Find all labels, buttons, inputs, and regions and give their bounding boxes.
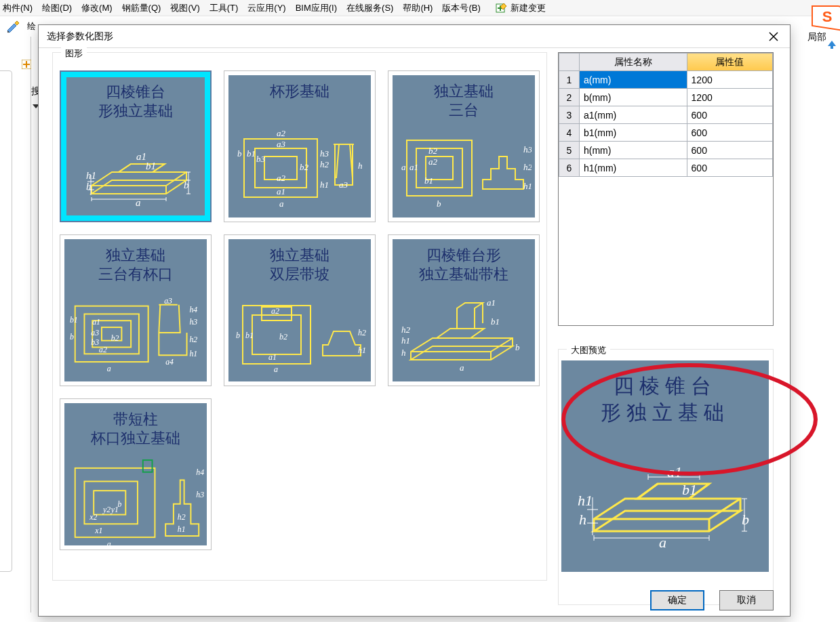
menu-item[interactable]: 视图(V)	[170, 2, 199, 14]
table-row[interactable]: 5 h(mm) 600	[559, 142, 773, 159]
ok-button-label: 确定	[668, 594, 687, 606]
svg-text:b1: b1	[247, 148, 256, 159]
property-table: 属性名称 属性值 1 a(mm) 1200 2 b(mm)	[558, 52, 774, 326]
shape-tile-isolated-double-slope[interactable]: 独立基础 双层带坡	[224, 234, 376, 386]
svg-rect-78	[143, 460, 153, 472]
prop-value-cell[interactable]: 600	[687, 124, 772, 142]
svg-text:y2: y2	[102, 505, 111, 514]
ok-button[interactable]: 确定	[650, 590, 704, 610]
dialog-footer: 确定 取消	[650, 590, 774, 610]
shape-tile-frustum-with-column[interactable]: 四棱锥台形 独立基础带柱	[388, 234, 540, 386]
menu-item[interactable]: 帮助(H)	[403, 2, 433, 14]
svg-text:h4: h4	[196, 468, 204, 477]
shape-title-line: 独立基础带柱	[419, 266, 508, 283]
prop-name-cell: h(mm)	[580, 142, 687, 159]
cancel-button[interactable]: 取消	[719, 590, 774, 610]
svg-text:a1: a1	[92, 318, 100, 327]
table-row[interactable]: 2 b(mm) 1200	[559, 89, 773, 106]
table-row[interactable]: 6 h1(mm) 600	[559, 159, 773, 177]
new-change-button[interactable]: 新建变更	[496, 2, 546, 14]
shape-title-line: 三台有杯口	[98, 266, 173, 283]
svg-text:h3: h3	[189, 318, 197, 327]
svg-text:h1: h1	[320, 180, 329, 190]
preview-title-line: 四棱锥台	[614, 375, 717, 397]
shape-tile-cup-foundation[interactable]: 杯形基础	[224, 70, 376, 222]
prop-value-cell[interactable]: 600	[687, 142, 772, 159]
table-row[interactable]: 4 b1(mm) 600	[559, 124, 773, 142]
svg-text:h: h	[86, 181, 92, 192]
shape-title-line: 杯形基础	[270, 83, 329, 100]
preview-title-line: 形独立基础	[601, 401, 729, 423]
table-row[interactable]: 3 a1(mm) 600	[559, 106, 773, 124]
prop-name-cell: b(mm)	[580, 89, 687, 106]
menu-item[interactable]: 绘图(D)	[42, 2, 72, 14]
svg-text:a: a	[279, 199, 284, 209]
svg-text:b: b	[515, 342, 520, 352]
shape-tile-short-column-cup[interactable]: 带短柱 杯口独立基础	[60, 398, 212, 550]
row-index: 3	[559, 106, 580, 124]
prop-value-cell[interactable]: 1200	[687, 89, 772, 106]
svg-text:b: b	[70, 333, 74, 341]
preview-group-label: 大图预览	[567, 344, 610, 356]
menu-item[interactable]: 在线服务(S)	[346, 2, 393, 14]
preview-canvas: 四棱锥台 形独立基础 a1	[561, 360, 769, 572]
menu-item[interactable]: 版本号(B)	[442, 2, 480, 14]
panel-collapse-handle[interactable]	[0, 70, 12, 572]
sogou-ime-badge: S	[812, 5, 840, 31]
menu-item[interactable]: 云应用(Y)	[247, 2, 285, 14]
dialog-title: 选择参数化图形	[47, 30, 113, 43]
new-change-icon	[496, 2, 508, 14]
svg-text:b1: b1	[245, 331, 254, 340]
menu-item[interactable]: 钢筋量(Q)	[122, 2, 161, 14]
svg-text:a: a	[107, 540, 111, 549]
svg-point-1	[7, 31, 9, 33]
shape-tile-isolated-three-step[interactable]: 独立基础 三台	[388, 70, 540, 222]
add-icon[interactable]	[22, 60, 31, 69]
svg-text:h2: h2	[189, 335, 197, 344]
svg-text:a4: a4	[165, 358, 174, 367]
svg-text:h1: h1	[523, 181, 532, 191]
row-index-header	[559, 54, 580, 71]
svg-text:h3: h3	[320, 148, 329, 159]
shape-title-line: 独立基础	[434, 83, 494, 100]
prop-name-cell: b1(mm)	[580, 124, 687, 142]
table-row[interactable]: 1 a(mm) 1200	[559, 71, 773, 89]
prop-value-cell[interactable]: 600	[687, 106, 772, 124]
shape-title-line: 四棱锥台形	[426, 247, 501, 264]
prop-value-cell[interactable]: 600	[687, 159, 772, 177]
svg-text:b: b	[236, 331, 240, 340]
shape-group-label: 图形	[61, 47, 87, 60]
dialog-close-button[interactable]	[760, 28, 787, 45]
svg-text:a: a	[659, 534, 666, 551]
dialog-titlebar: 选择参数化图形	[39, 25, 790, 48]
svg-text:a1: a1	[277, 186, 285, 196]
svg-text:h4: h4	[189, 306, 197, 314]
shape-title-line: 独立基础	[270, 247, 329, 264]
draw-tool-icon[interactable]	[5, 19, 20, 34]
menu-item[interactable]: BIM应用(I)	[296, 2, 337, 14]
prop-value-cell[interactable]: 1200	[687, 71, 772, 89]
up-arrow-icon[interactable]	[825, 38, 839, 51]
menu-item[interactable]: 修改(M)	[81, 2, 113, 14]
svg-text:a1: a1	[409, 162, 418, 172]
svg-text:a1: a1	[268, 352, 277, 362]
svg-text:h2: h2	[401, 325, 411, 335]
svg-text:h1: h1	[189, 350, 197, 358]
svg-text:h2: h2	[178, 513, 186, 522]
svg-text:b: b	[437, 199, 441, 209]
shape-tile-isolated-three-step-cup[interactable]: 独立基础 三台有杯口	[60, 234, 212, 386]
svg-text:a1: a1	[487, 297, 496, 308]
left-panel	[0, 37, 31, 613]
svg-text:b: b	[118, 500, 122, 509]
row-index: 6	[559, 159, 580, 177]
svg-text:h2: h2	[320, 159, 329, 169]
svg-text:b1: b1	[424, 175, 433, 186]
svg-text:b: b	[237, 148, 242, 159]
svg-rect-28	[416, 148, 462, 188]
shape-tile-frustum-isolated[interactable]: 四棱锥台 形独立基础	[60, 70, 212, 222]
menu-item[interactable]: 工具(T)	[209, 2, 239, 14]
menu-item[interactable]: 构件(N)	[3, 2, 33, 14]
svg-text:a2: a2	[428, 157, 438, 167]
param-shape-dialog: 选择参数化图形 图形 四棱锥台 形独立基础	[38, 24, 791, 617]
svg-text:a: a	[107, 365, 111, 373]
